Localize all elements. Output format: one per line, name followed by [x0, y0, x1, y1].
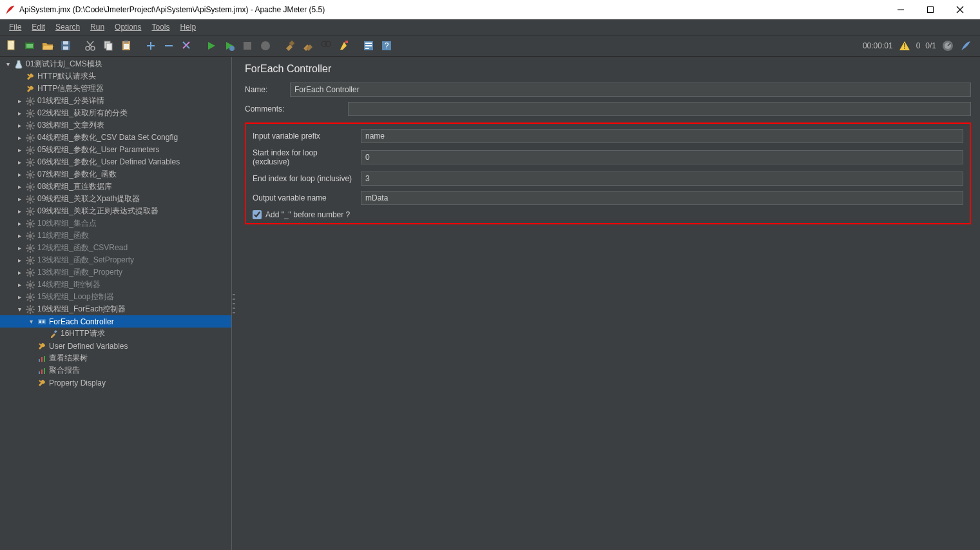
new-button[interactable]	[4, 38, 19, 54]
svg-text:?: ?	[385, 41, 389, 50]
svg-line-197	[32, 299, 34, 300]
thread-group-icon	[24, 133, 36, 143]
start-button[interactable]	[204, 38, 219, 54]
cut-button[interactable]	[82, 38, 98, 54]
tree-row[interactable]: ▸ 10线程组_集合点	[0, 217, 231, 230]
tree-row[interactable]: Property Display	[0, 377, 231, 389]
menu-tools[interactable]: Tools	[146, 21, 175, 33]
tree-twist-icon[interactable]: ▸	[14, 97, 24, 104]
minimize-button[interactable]	[886, 0, 916, 19]
tree-label: 聚合报告	[48, 365, 80, 376]
tree-twist-icon[interactable]: ▸	[14, 269, 24, 276]
tree-twist-icon[interactable]: ▸	[14, 134, 24, 141]
tree-twist-icon[interactable]: ▾	[3, 61, 13, 68]
tree-twist-icon[interactable]: ▾	[26, 318, 36, 325]
toggle-button[interactable]	[179, 38, 195, 54]
toolbar: ? 00:00:01 ! 0 0/1	[0, 35, 980, 57]
tree-twist-icon[interactable]: ▾	[14, 306, 24, 313]
gauge-icon[interactable]	[941, 39, 954, 52]
tree-twist-icon[interactable]: ▸	[14, 281, 24, 288]
tree-twist-icon[interactable]: ▸	[14, 244, 24, 251]
tree-twist-icon[interactable]: ▸	[14, 293, 24, 300]
tree-twist-icon[interactable]: ▸	[14, 146, 24, 153]
save-button[interactable]	[58, 38, 73, 54]
tree-row[interactable]: HTTP默认请求头	[0, 70, 231, 83]
tree-panel[interactable]: ▾ 01测试计划_CMS模块 HTTP默认请求头 HTTP信息头管理器 ▸ 01…	[0, 57, 232, 550]
tree-twist-icon[interactable]: ▸	[14, 257, 24, 264]
templates-button[interactable]	[22, 38, 37, 54]
tree-row[interactable]: ▾ 16线程组_ForEach控制器	[0, 303, 231, 315]
menu-run[interactable]: Run	[85, 21, 110, 33]
tree-row[interactable]: ▸ 12线程组_函数_CSVRead	[0, 242, 231, 254]
reset-search-button[interactable]	[336, 38, 352, 54]
tree-row[interactable]: ▸ 06线程组_参数化_User Defined Variables	[0, 156, 231, 168]
menu-options[interactable]: Options	[110, 21, 146, 33]
tree-twist-icon[interactable]: ▸	[14, 208, 24, 215]
output-var-input[interactable]	[361, 191, 963, 205]
name-input[interactable]	[290, 83, 971, 97]
tree-row[interactable]: ▾ 01测试计划_CMS模块	[0, 58, 231, 70]
tree-row[interactable]: ▸ 05线程组_参数化_User Parameters	[0, 144, 231, 156]
open-button[interactable]	[40, 38, 55, 54]
menu-file[interactable]: File	[4, 21, 26, 33]
thread-group-icon	[24, 268, 36, 278]
tree-row[interactable]: ▸ 02线程组_获取所有的分类	[0, 107, 231, 119]
copy-button[interactable]	[101, 38, 116, 54]
tree-twist-icon[interactable]: ▸	[14, 122, 24, 129]
menu-search[interactable]: Search	[50, 21, 85, 33]
tree-row[interactable]: ▸ 11线程组_函数	[0, 230, 231, 242]
tree-row[interactable]: ▸ 07线程组_参数化_函数	[0, 168, 231, 181]
thread-group-icon	[24, 280, 36, 290]
tree-row[interactable]: ▸ 09线程组_关联之Xpath提取器	[0, 193, 231, 205]
maximize-button[interactable]	[916, 0, 945, 19]
svg-line-143	[32, 226, 34, 227]
expand-button[interactable]	[143, 38, 159, 54]
start-index-input[interactable]	[361, 150, 963, 164]
tree-label: User Defined Variables	[48, 342, 128, 351]
tree-twist-icon[interactable]: ▸	[14, 110, 24, 117]
stop-button[interactable]	[240, 38, 255, 54]
help-button[interactable]: ?	[379, 38, 394, 54]
input-prefix-input[interactable]	[361, 129, 963, 143]
tree-row[interactable]: 16HTTP请求	[0, 328, 231, 340]
paste-button[interactable]	[119, 38, 134, 54]
clear-all-button[interactable]	[300, 38, 316, 54]
tree-row[interactable]: HTTP信息头管理器	[0, 83, 231, 95]
tree-row[interactable]: ▾ ForEach Controller	[0, 315, 231, 328]
end-index-input[interactable]	[361, 172, 963, 186]
warning-icon[interactable]: !	[898, 39, 911, 52]
close-button[interactable]	[945, 0, 975, 19]
svg-line-162	[32, 245, 34, 246]
menu-help[interactable]: Help	[175, 21, 201, 33]
comments-input[interactable]	[348, 102, 971, 116]
search-tree-button[interactable]	[318, 38, 334, 54]
menu-edit[interactable]: Edit	[26, 21, 50, 33]
tree-row[interactable]: ▸ 14线程组_if控制器	[0, 279, 231, 291]
tree-row[interactable]: ▸ 04线程组_参数化_CSV Data Set Congfig	[0, 132, 231, 144]
clear-button[interactable]	[282, 38, 298, 54]
tree-row[interactable]: ▸ 01线程组_分类详情	[0, 95, 231, 107]
tree-row[interactable]: User Defined Variables	[0, 340, 231, 352]
shutdown-button[interactable]	[258, 38, 273, 54]
start-no-pause-button[interactable]	[222, 38, 237, 54]
tree-twist-icon[interactable]: ▸	[14, 171, 24, 178]
tree-label: 07线程组_参数化_函数	[36, 169, 117, 180]
tree-row[interactable]: ▸ 13线程组_函数_Property	[0, 266, 231, 279]
add-underscore-checkbox[interactable]	[253, 210, 262, 219]
tree-row[interactable]: 聚合报告	[0, 364, 231, 377]
tree-row[interactable]: ▸ 13线程组_函数_SetProperty	[0, 254, 231, 266]
tree-twist-icon[interactable]: ▸	[14, 195, 24, 202]
tree-twist-icon[interactable]: ▸	[14, 159, 24, 166]
tree-row[interactable]: ▸ 08线程组_直连数据库	[0, 181, 231, 193]
tree-twist-icon[interactable]: ▸	[14, 183, 24, 190]
tree-twist-icon[interactable]: ▸	[14, 220, 24, 227]
tree-row[interactable]: ▸ 03线程组_文章列表	[0, 119, 231, 132]
tree-row[interactable]: ▸ 15线程组_Loop控制器	[0, 291, 231, 303]
svg-line-178	[27, 270, 28, 271]
collapse-button[interactable]	[161, 38, 177, 54]
tree-row[interactable]: ▸ 09线程组_关联之正则表达式提取器	[0, 205, 231, 217]
tree-row[interactable]: 查看结果树	[0, 352, 231, 364]
function-helper-button[interactable]	[361, 38, 376, 54]
tree-twist-icon[interactable]: ▸	[14, 232, 24, 239]
feather-icon[interactable]	[959, 39, 972, 52]
